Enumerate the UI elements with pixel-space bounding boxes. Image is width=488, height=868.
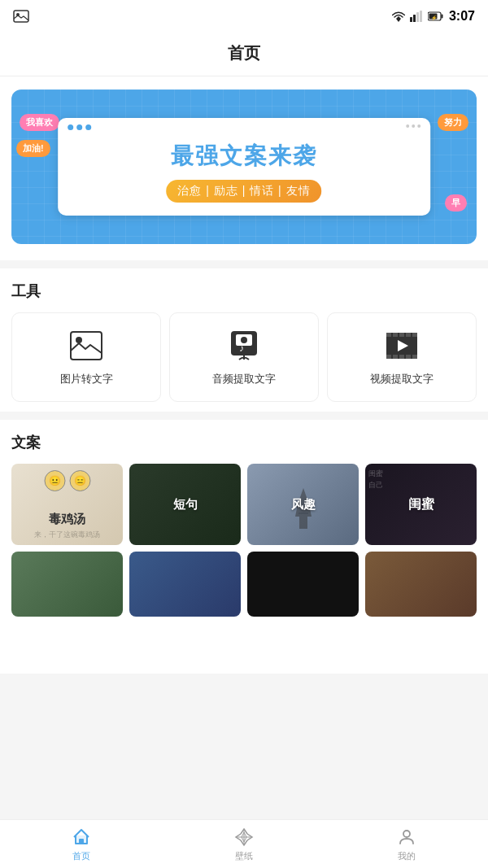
- bottom-nav: 首页 壁纸 我的: [0, 819, 488, 868]
- copy-item-guimi-label: 闺蜜: [408, 496, 434, 513]
- svg-rect-23: [412, 333, 417, 337]
- video-icon: [384, 328, 420, 364]
- nav-home-label: 首页: [72, 850, 90, 862]
- status-right: ⚡ 3:07: [392, 9, 475, 24]
- user-icon: [396, 827, 417, 848]
- copy-item-dujizhuguan[interactable]: 😐 😑 毒鸡汤 来，干了这碗毒鸡汤: [11, 464, 123, 545]
- svg-marker-2: [396, 16, 401, 22]
- tools-grid: 图片转文字 ♪ 音频提取文字: [11, 312, 477, 402]
- deco-text-moji: 来，干了这碗毒鸡汤: [15, 530, 120, 540]
- tag-jiayou: 加油!: [16, 140, 50, 157]
- copy-item-guimi-bg: 闺蜜自己 闺蜜: [365, 464, 477, 545]
- copy-item-paris-bg: 风趣: [247, 464, 359, 545]
- audio-icon: ♪: [226, 328, 262, 364]
- face1: 😐: [44, 470, 65, 491]
- nav-mine[interactable]: 我的: [325, 820, 488, 868]
- svg-rect-20: [393, 333, 398, 337]
- tool-audio2text[interactable]: ♪ 音频提取文字: [169, 312, 319, 402]
- copy-item-dark1-bg: 短句: [129, 464, 241, 545]
- wifi-icon: [392, 11, 405, 22]
- svg-rect-8: [441, 15, 442, 19]
- tag-zao: 早: [445, 194, 467, 212]
- svg-rect-4: [413, 15, 416, 22]
- svg-rect-24: [386, 355, 391, 359]
- copy-item-duanju[interactable]: 短句: [129, 464, 241, 545]
- banner-container: 我喜欢 加油! 努力 早 最强文案来袭 治愈 | 励志 | 情话 | 友情: [0, 76, 488, 260]
- copywriting-section: 文案 😐 😑 毒鸡汤 来，干了这碗毒鸡汤 短句: [0, 420, 488, 674]
- banner-main-text: 最强文案来袭: [71, 141, 417, 172]
- face2: 😑: [69, 470, 90, 491]
- svg-rect-32: [298, 513, 308, 514]
- svg-rect-22: [406, 333, 411, 337]
- banner[interactable]: 我喜欢 加油! 努力 早 最强文案来袭 治愈 | 励志 | 情话 | 友情: [11, 89, 477, 244]
- banner-card-menu: [406, 124, 420, 128]
- svg-rect-21: [399, 333, 404, 337]
- moji-faces: 😐 😑: [44, 470, 90, 491]
- svg-rect-0: [14, 11, 28, 22]
- tag-xihuan: 我喜欢: [20, 114, 59, 131]
- copy-item-row2-1[interactable]: [11, 552, 123, 617]
- tag-nuli: 努力: [438, 114, 468, 131]
- tool-audio2text-label: 音频提取文字: [212, 372, 276, 386]
- copy-item-row2-3[interactable]: [247, 552, 359, 617]
- tool-img2text[interactable]: 图片转文字: [11, 312, 161, 402]
- svg-text:♪: ♪: [239, 342, 244, 354]
- svg-rect-33: [79, 839, 84, 844]
- svg-rect-5: [416, 12, 419, 22]
- copy-item-dujizhuguan-label: 毒鸡汤: [11, 512, 123, 527]
- wallpaper-icon: [233, 827, 255, 848]
- status-time: 3:07: [449, 9, 475, 24]
- nav-wallpaper[interactable]: 壁纸: [163, 820, 325, 868]
- copy-item-row2-2[interactable]: [129, 552, 241, 617]
- svg-rect-28: [412, 355, 417, 359]
- page-header: 首页: [0, 33, 488, 76]
- svg-point-38: [403, 831, 410, 837]
- svg-rect-25: [393, 355, 398, 359]
- battery-icon: ⚡: [428, 11, 444, 21]
- copy-grid-second: [11, 552, 477, 617]
- banner-card-dots: [68, 124, 91, 130]
- copy-item-guimi[interactable]: 闺蜜自己 闺蜜: [365, 464, 477, 545]
- svg-rect-3: [410, 17, 412, 22]
- svg-rect-6: [420, 11, 422, 22]
- svg-text:⚡: ⚡: [431, 15, 438, 21]
- signal-icon: [410, 11, 423, 22]
- tool-img2text-label: 图片转文字: [60, 372, 113, 386]
- svg-rect-19: [386, 333, 391, 337]
- guimi-bg-text: 闺蜜自己: [368, 469, 473, 491]
- copy-item-fengqu[interactable]: 风趣: [247, 464, 359, 545]
- home-icon: [71, 827, 92, 848]
- tools-section: 工具 图片转文字 ♪: [0, 268, 488, 412]
- tool-video2text-label: 视频提取文字: [370, 372, 434, 386]
- photo-icon: [13, 10, 29, 23]
- banner-card: 最强文案来袭 治愈 | 励志 | 情话 | 友情: [58, 118, 430, 216]
- tools-section-title: 工具: [11, 281, 477, 301]
- copy-item-row2-4[interactable]: [365, 552, 477, 617]
- copywriting-section-title: 文案: [11, 433, 477, 452]
- banner-sub-text: 治愈 | 励志 | 情话 | 友情: [166, 180, 321, 203]
- nav-wallpaper-label: 壁纸: [235, 850, 253, 862]
- image-icon: [68, 328, 104, 364]
- page-title: 首页: [228, 44, 260, 62]
- tool-video2text[interactable]: 视频提取文字: [327, 312, 477, 402]
- nav-home[interactable]: 首页: [0, 820, 163, 868]
- status-left: [13, 10, 29, 23]
- copy-item-fengqu-label: 风趣: [291, 497, 316, 513]
- copy-item-duanju-label: 短句: [173, 497, 198, 513]
- copy-grid: 😐 😑 毒鸡汤 来，干了这碗毒鸡汤 短句: [11, 464, 477, 545]
- svg-rect-26: [399, 355, 404, 359]
- svg-rect-27: [406, 355, 411, 359]
- status-bar: ⚡ 3:07: [0, 0, 488, 33]
- nav-mine-label: 我的: [398, 850, 416, 862]
- copy-item-moji-bg: 😐 😑 毒鸡汤 来，干了这碗毒鸡汤: [11, 464, 123, 545]
